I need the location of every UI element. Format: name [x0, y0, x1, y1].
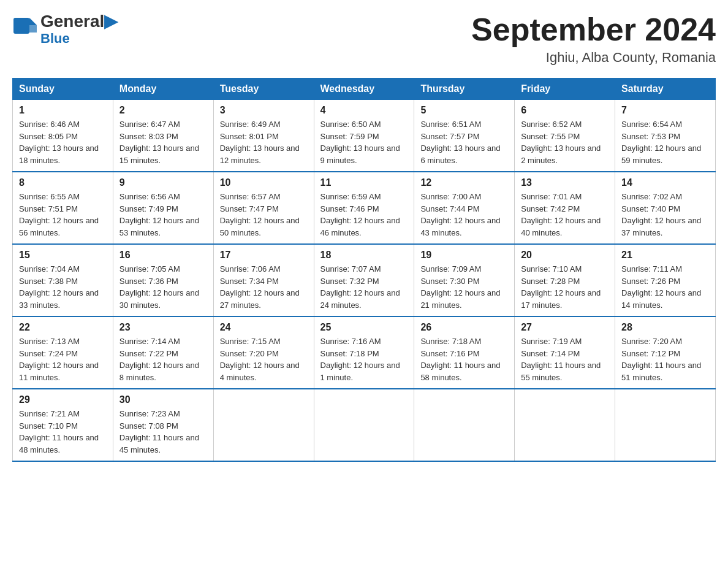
svg-marker-2 — [29, 25, 37, 33]
calendar-cell: 19 Sunrise: 7:09 AM Sunset: 7:30 PM Dayl… — [414, 244, 515, 316]
day-info: Sunrise: 7:21 AM Sunset: 7:10 PM Dayligh… — [19, 408, 107, 456]
calendar-cell: 12 Sunrise: 7:00 AM Sunset: 7:44 PM Dayl… — [414, 172, 515, 244]
day-info: Sunrise: 6:49 AM Sunset: 8:01 PM Dayligh… — [220, 118, 308, 166]
calendar-cell: 5 Sunrise: 6:51 AM Sunset: 7:57 PM Dayli… — [414, 100, 515, 172]
day-info: Sunrise: 7:14 AM Sunset: 7:22 PM Dayligh… — [119, 335, 207, 383]
calendar-subtitle: Ighiu, Alba County, Romania — [471, 50, 716, 66]
calendar-cell: 27 Sunrise: 7:19 AM Sunset: 7:14 PM Dayl… — [515, 316, 615, 389]
calendar-table: SundayMondayTuesdayWednesdayThursdayFrid… — [12, 78, 716, 462]
logo-icon — [12, 17, 37, 41]
day-number: 7 — [621, 105, 709, 116]
calendar-cell: 6 Sunrise: 6:52 AM Sunset: 7:55 PM Dayli… — [515, 100, 615, 172]
day-number: 13 — [521, 177, 609, 188]
calendar-cell: 23 Sunrise: 7:14 AM Sunset: 7:22 PM Dayl… — [113, 316, 213, 389]
day-info: Sunrise: 7:11 AM Sunset: 7:26 PM Dayligh… — [621, 263, 709, 311]
day-number: 22 — [19, 322, 107, 333]
calendar-cell: 1 Sunrise: 6:46 AM Sunset: 8:05 PM Dayli… — [13, 100, 113, 172]
calendar-cell: 25 Sunrise: 7:16 AM Sunset: 7:18 PM Dayl… — [314, 316, 414, 389]
calendar-cell — [615, 389, 716, 461]
title-block: September 2024 Ighiu, Alba County, Roman… — [471, 12, 716, 66]
day-info: Sunrise: 7:09 AM Sunset: 7:30 PM Dayligh… — [420, 263, 508, 311]
day-info: Sunrise: 6:50 AM Sunset: 7:59 PM Dayligh… — [320, 118, 408, 166]
day-number: 10 — [220, 177, 308, 188]
day-info: Sunrise: 6:59 AM Sunset: 7:46 PM Dayligh… — [320, 191, 408, 239]
calendar-week-row: 15 Sunrise: 7:04 AM Sunset: 7:38 PM Dayl… — [13, 244, 716, 316]
calendar-cell: 11 Sunrise: 6:59 AM Sunset: 7:46 PM Dayl… — [314, 172, 414, 244]
day-number: 15 — [19, 250, 107, 261]
day-number: 5 — [420, 105, 508, 116]
day-number: 25 — [320, 322, 408, 333]
day-number: 17 — [220, 250, 308, 261]
day-number: 9 — [119, 177, 207, 188]
svg-rect-0 — [13, 18, 29, 34]
calendar-week-row: 29 Sunrise: 7:21 AM Sunset: 7:10 PM Dayl… — [13, 389, 716, 461]
calendar-week-row: 22 Sunrise: 7:13 AM Sunset: 7:24 PM Dayl… — [13, 316, 716, 389]
logo-blue: Blue — [40, 31, 118, 46]
day-info: Sunrise: 7:15 AM Sunset: 7:20 PM Dayligh… — [220, 335, 308, 383]
day-info: Sunrise: 7:23 AM Sunset: 7:08 PM Dayligh… — [119, 408, 207, 456]
day-number: 11 — [320, 177, 408, 188]
calendar-cell: 8 Sunrise: 6:55 AM Sunset: 7:51 PM Dayli… — [13, 172, 113, 244]
weekday-header-sunday: Sunday — [13, 79, 113, 100]
day-number: 19 — [420, 250, 508, 261]
day-number: 16 — [119, 250, 207, 261]
calendar-cell: 26 Sunrise: 7:18 AM Sunset: 7:16 PM Dayl… — [414, 316, 515, 389]
day-info: Sunrise: 7:07 AM Sunset: 7:32 PM Dayligh… — [320, 263, 408, 311]
calendar-title: September 2024 — [471, 12, 716, 47]
weekday-header-row: SundayMondayTuesdayWednesdayThursdayFrid… — [13, 79, 716, 100]
logo-text: General▶ — [40, 12, 118, 31]
day-info: Sunrise: 6:51 AM Sunset: 7:57 PM Dayligh… — [420, 118, 508, 166]
calendar-cell: 9 Sunrise: 6:56 AM Sunset: 7:49 PM Dayli… — [113, 172, 213, 244]
calendar-cell — [213, 389, 314, 461]
day-info: Sunrise: 6:57 AM Sunset: 7:47 PM Dayligh… — [220, 191, 308, 239]
day-number: 4 — [320, 105, 408, 116]
calendar-cell: 30 Sunrise: 7:23 AM Sunset: 7:08 PM Dayl… — [113, 389, 213, 461]
calendar-cell: 17 Sunrise: 7:06 AM Sunset: 7:34 PM Dayl… — [213, 244, 314, 316]
weekday-header-wednesday: Wednesday — [314, 79, 414, 100]
weekday-header-friday: Friday — [515, 79, 615, 100]
day-number: 18 — [320, 250, 408, 261]
day-info: Sunrise: 7:18 AM Sunset: 7:16 PM Dayligh… — [420, 335, 508, 383]
day-number: 8 — [19, 177, 107, 188]
day-number: 6 — [521, 105, 609, 116]
day-info: Sunrise: 6:54 AM Sunset: 7:53 PM Dayligh… — [621, 118, 709, 166]
day-info: Sunrise: 6:52 AM Sunset: 7:55 PM Dayligh… — [521, 118, 609, 166]
calendar-cell: 20 Sunrise: 7:10 AM Sunset: 7:28 PM Dayl… — [515, 244, 615, 316]
calendar-cell — [515, 389, 615, 461]
calendar-cell: 18 Sunrise: 7:07 AM Sunset: 7:32 PM Dayl… — [314, 244, 414, 316]
calendar-cell: 22 Sunrise: 7:13 AM Sunset: 7:24 PM Dayl… — [13, 316, 113, 389]
logo: General▶ Blue — [12, 12, 118, 46]
day-info: Sunrise: 7:00 AM Sunset: 7:44 PM Dayligh… — [420, 191, 508, 239]
calendar-cell: 13 Sunrise: 7:01 AM Sunset: 7:42 PM Dayl… — [515, 172, 615, 244]
day-info: Sunrise: 7:01 AM Sunset: 7:42 PM Dayligh… — [521, 191, 609, 239]
day-info: Sunrise: 6:56 AM Sunset: 7:49 PM Dayligh… — [119, 191, 207, 239]
svg-marker-1 — [29, 18, 37, 25]
calendar-cell: 28 Sunrise: 7:20 AM Sunset: 7:12 PM Dayl… — [615, 316, 716, 389]
day-number: 3 — [220, 105, 308, 116]
calendar-cell — [314, 389, 414, 461]
weekday-header-thursday: Thursday — [414, 79, 515, 100]
calendar-cell: 7 Sunrise: 6:54 AM Sunset: 7:53 PM Dayli… — [615, 100, 716, 172]
day-number: 23 — [119, 322, 207, 333]
day-number: 20 — [521, 250, 609, 261]
weekday-header-tuesday: Tuesday — [213, 79, 314, 100]
calendar-cell: 29 Sunrise: 7:21 AM Sunset: 7:10 PM Dayl… — [13, 389, 113, 461]
calendar-cell: 4 Sunrise: 6:50 AM Sunset: 7:59 PM Dayli… — [314, 100, 414, 172]
calendar-week-row: 8 Sunrise: 6:55 AM Sunset: 7:51 PM Dayli… — [13, 172, 716, 244]
day-number: 12 — [420, 177, 508, 188]
day-info: Sunrise: 6:47 AM Sunset: 8:03 PM Dayligh… — [119, 118, 207, 166]
day-number: 24 — [220, 322, 308, 333]
day-number: 30 — [119, 394, 207, 405]
weekday-header-monday: Monday — [113, 79, 213, 100]
day-number: 14 — [621, 177, 709, 188]
calendar-cell: 3 Sunrise: 6:49 AM Sunset: 8:01 PM Dayli… — [213, 100, 314, 172]
calendar-cell: 14 Sunrise: 7:02 AM Sunset: 7:40 PM Dayl… — [615, 172, 716, 244]
day-info: Sunrise: 7:10 AM Sunset: 7:28 PM Dayligh… — [521, 263, 609, 311]
calendar-cell: 10 Sunrise: 6:57 AM Sunset: 7:47 PM Dayl… — [213, 172, 314, 244]
day-info: Sunrise: 7:04 AM Sunset: 7:38 PM Dayligh… — [19, 263, 107, 311]
page-header: General▶ Blue September 2024 Ighiu, Alba… — [12, 12, 716, 66]
day-number: 26 — [420, 322, 508, 333]
day-info: Sunrise: 7:19 AM Sunset: 7:14 PM Dayligh… — [521, 335, 609, 383]
day-number: 27 — [521, 322, 609, 333]
day-info: Sunrise: 7:20 AM Sunset: 7:12 PM Dayligh… — [621, 335, 709, 383]
